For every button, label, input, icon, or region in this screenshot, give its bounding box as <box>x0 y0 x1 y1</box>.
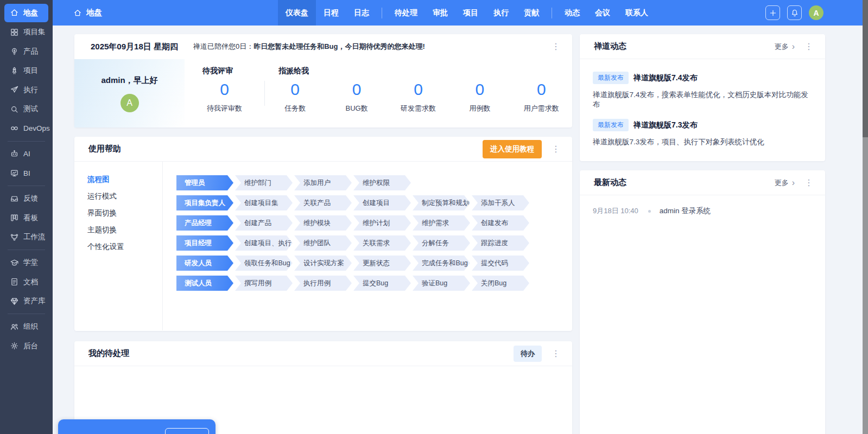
stat-value[interactable]: 0 <box>352 80 362 99</box>
news-item[interactable]: 最新发布禅道旗舰版7.3发布禅道旗舰版7.3发布，项目、执行下对象列表统计优化 <box>593 119 812 147</box>
sidebar-item-label: 学堂 <box>23 258 38 267</box>
help-tab[interactable]: 运行模式 <box>87 192 162 201</box>
page-scrollbar-thumb[interactable] <box>863 0 868 137</box>
help-tab[interactable]: 主题切换 <box>87 225 162 234</box>
flow-step-chevron[interactable]: 添加干系人 <box>472 195 529 210</box>
latest-activity-card: 最新动态 更多 › ⋮ 9月18日 10:40admin 登录系统 <box>580 170 825 434</box>
flow-role-chevron: 测试人员 <box>176 276 233 291</box>
flow-step-chevron[interactable]: 提交代码 <box>472 256 529 271</box>
flow-step-chevron[interactable]: 创建产品 <box>235 215 293 231</box>
top-tab[interactable]: 项目 <box>455 0 486 25</box>
flow-step-chevron[interactable]: 维护团队 <box>294 235 352 251</box>
sidebar-item-ai[interactable]: AI <box>4 145 48 163</box>
top-nav: 仪表盘日程日志待处理审批项目执行贡献动态会议联系人 <box>278 0 656 25</box>
help-tab[interactable]: 个性化设置 <box>87 242 162 251</box>
flow-chart: 管理员维护部门添加用户维护权限项目集负责人创建项目集关联产品创建项目制定预算和规… <box>163 162 572 330</box>
toast-button[interactable] <box>165 428 209 434</box>
flow-step-chevron[interactable]: 维护部门 <box>235 175 293 190</box>
sidebar-item-asset[interactable]: 资产库 <box>4 292 48 310</box>
top-tab[interactable]: 日程 <box>316 0 346 25</box>
tutorial-button[interactable]: 进入使用教程 <box>483 140 542 158</box>
top-tab[interactable]: 执行 <box>486 0 516 25</box>
top-tab[interactable]: 联系人 <box>618 0 656 25</box>
kebab-menu-icon[interactable]: ⋮ <box>549 348 562 359</box>
breadcrumb[interactable]: 地盘 <box>73 8 102 18</box>
flow-step-chevron[interactable]: 创建项目、执行 <box>235 235 293 251</box>
news-title[interactable]: 禅道旗舰版7.4发布 <box>633 73 697 83</box>
flow-step-chevron[interactable]: 创建项目 <box>353 195 411 210</box>
notifications-button[interactable] <box>787 5 802 20</box>
top-tab[interactable]: 动态 <box>557 0 587 25</box>
flow-step-chevron[interactable]: 关闭Bug <box>472 276 529 291</box>
sidebar-item-org[interactable]: 组织 <box>4 317 48 336</box>
sidebar-item-label: 工作流 <box>23 232 46 242</box>
flow-step-chevron[interactable]: 关联需求 <box>353 235 411 251</box>
sidebar-item-product[interactable]: 产品 <box>4 42 48 61</box>
bi-icon <box>10 169 19 178</box>
sidebar-item-home[interactable]: 地盘 <box>4 4 48 22</box>
kebab-menu-icon[interactable]: ⋮ <box>802 41 815 52</box>
top-tab[interactable]: 待处理 <box>387 0 425 25</box>
stat-value[interactable]: 0 <box>537 80 546 99</box>
page-scrollbar-track[interactable] <box>863 0 868 434</box>
stat-value[interactable]: 0 <box>220 80 229 99</box>
sidebar-item-admin[interactable]: 后台 <box>4 337 48 355</box>
flow-step-chevron[interactable]: 维护需求 <box>413 215 470 231</box>
pending-card-header: 我的待处理 待办 ⋮ <box>74 341 572 366</box>
stat-value[interactable]: 0 <box>290 80 300 99</box>
sidebar-item-test[interactable]: 测试 <box>4 100 48 118</box>
more-link[interactable]: 更多 › <box>775 178 795 188</box>
flow-step-chevron[interactable]: 维护模块 <box>294 215 352 231</box>
flow-step-chevron[interactable]: 分解任务 <box>413 235 470 251</box>
flow-step-chevron[interactable]: 设计实现方案 <box>294 256 352 271</box>
sidebar-item-projectset[interactable]: 项目集 <box>4 23 48 41</box>
kebab-menu-icon[interactable]: ⋮ <box>549 41 562 52</box>
sidebar-item-kanban[interactable]: 看板 <box>4 209 48 227</box>
kebab-menu-icon[interactable]: ⋮ <box>549 144 562 155</box>
user-avatar[interactable]: A <box>809 5 823 20</box>
sidebar-item-label: 文档 <box>23 277 38 287</box>
sidebar-item-feedback[interactable]: 反馈 <box>4 189 48 208</box>
top-tab[interactable]: 会议 <box>587 0 618 25</box>
flow-step-chevron[interactable]: 撰写用例 <box>235 276 293 291</box>
projectset-icon <box>10 28 19 37</box>
zentao-news-header: 禅道动态 更多 › ⋮ <box>580 34 825 59</box>
flow-step-chevron[interactable]: 制定预算和规划 <box>413 195 470 210</box>
flow-step-chevron[interactable]: 关联产品 <box>294 195 352 210</box>
flow-step-chevron[interactable]: 维护权限 <box>353 175 411 190</box>
top-tab[interactable]: 贡献 <box>516 0 547 25</box>
sidebar-item-doc[interactable]: 文档 <box>4 273 48 291</box>
news-item[interactable]: 最新发布禅道旗舰版7.4发布禅道旗舰版7.4发布，搜索表单性能优化，文档历史版本… <box>593 72 812 110</box>
sidebar-item-school[interactable]: 学堂 <box>4 253 48 272</box>
user-avatar-large[interactable]: A <box>121 94 139 112</box>
sidebar-item-workflow[interactable]: 工作流 <box>4 228 48 246</box>
news-title[interactable]: 禅道旗舰版7.3发布 <box>633 120 697 130</box>
top-tab[interactable]: 审批 <box>425 0 455 25</box>
flow-step-chevron[interactable]: 添加用户 <box>294 175 352 190</box>
sidebar-item-project[interactable]: 项目 <box>4 61 48 80</box>
sidebar-item-execution[interactable]: 执行 <box>4 81 48 99</box>
flow-step-chevron[interactable]: 跟踪进度 <box>472 235 529 251</box>
stat-value[interactable]: 0 <box>476 80 485 99</box>
flow-step-chevron[interactable]: 执行用例 <box>294 276 352 291</box>
flow-step-chevron[interactable]: 提交Bug <box>353 276 411 291</box>
flow-step-chevron[interactable]: 领取任务和Bug <box>235 256 293 271</box>
kebab-menu-icon[interactable]: ⋮ <box>802 177 815 188</box>
todo-filter-button[interactable]: 待办 <box>514 346 542 362</box>
create-button[interactable] <box>765 5 780 20</box>
flow-step-chevron[interactable]: 验证Bug <box>413 276 470 291</box>
more-link[interactable]: 更多 › <box>775 42 795 52</box>
flow-step-chevron[interactable]: 创建发布 <box>472 215 529 231</box>
help-tab[interactable]: 流程图 <box>87 175 162 184</box>
help-tab[interactable]: 界面切换 <box>87 208 162 218</box>
top-tab[interactable]: 日志 <box>346 0 377 25</box>
flow-step-chevron[interactable]: 完成任务和Bug <box>413 256 470 271</box>
stat-value[interactable]: 0 <box>414 80 423 99</box>
top-tab[interactable]: 仪表盘 <box>278 0 316 25</box>
sidebar-item-devops[interactable]: DevOps <box>4 119 48 138</box>
flow-step-chevron[interactable]: 创建项目集 <box>235 195 293 210</box>
sidebar-item-bi[interactable]: BI <box>4 164 48 182</box>
flow-step-chevron[interactable]: 更新状态 <box>353 256 411 271</box>
flow-step-chevron[interactable]: 维护计划 <box>353 215 411 231</box>
activity-text: admin 登录系统 <box>660 206 711 216</box>
